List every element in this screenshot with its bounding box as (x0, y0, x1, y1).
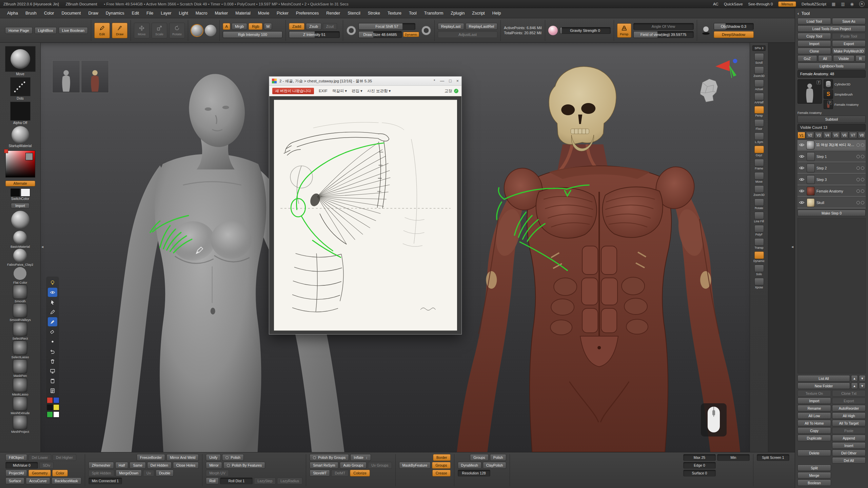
copy-tool-button[interactable]: Copy Tool (797, 33, 831, 39)
goz-all-button[interactable]: All (818, 55, 832, 62)
subtool-action-button[interactable]: Merge (797, 472, 831, 479)
alpha-selector[interactable] (10, 102, 31, 121)
move-down-icon[interactable]: ▼ (859, 375, 866, 382)
subtool-tab[interactable]: V2 (806, 132, 814, 139)
right-shelf-button[interactable]: Move (751, 171, 767, 184)
bottom-button[interactable]: Polish (222, 454, 244, 461)
lightbox-button[interactable]: LightBox (35, 27, 57, 34)
subtool-row[interactable]: Step 1 (797, 151, 866, 163)
quick-item[interactable]: MaskPen (13, 359, 27, 378)
bottom-button[interactable]: Same (130, 462, 145, 469)
bottom-button[interactable]: Mirror And Weld (166, 454, 199, 461)
bottom-button[interactable]: Color (52, 470, 67, 476)
subtool-action-button[interactable]: Insert (832, 442, 866, 449)
highlighter-icon[interactable] (48, 317, 57, 326)
menu-item[interactable]: Movie (254, 8, 273, 18)
menu-item[interactable]: Draw (85, 8, 102, 18)
make-step-button[interactable]: Make Step 0 (797, 210, 866, 216)
right-shelf-button[interactable]: Gxyz (751, 145, 767, 158)
bottom-button[interactable]: StoreMT (310, 470, 330, 476)
menu-item[interactable]: Preferences (292, 8, 322, 18)
draw-size-dial-icon[interactable] (421, 25, 431, 36)
subtool-action-button[interactable]: Duplicate (797, 435, 831, 441)
bottom-button[interactable]: Mirror (206, 462, 222, 469)
subtool-action-button[interactable]: All High (832, 412, 866, 419)
right-tray-collapse-arrow[interactable]: ◂ (791, 244, 793, 249)
texture-map-button[interactable]: Export (832, 398, 866, 404)
bottom-button[interactable]: Close Holes (173, 462, 199, 469)
bottom-button[interactable]: Crease (432, 470, 451, 476)
subtool-tab[interactable]: V6 (841, 132, 848, 139)
rgb-intensity-slider[interactable]: Rgb Intensity 100 (223, 31, 282, 38)
replay-last-rel-button[interactable]: ReplayLastRel (466, 23, 498, 30)
zsub-button[interactable]: Zsub (306, 23, 321, 30)
menu-item[interactable]: Material (232, 8, 254, 18)
subtool-tab[interactable]: V4 (823, 132, 831, 139)
subtool-action-button[interactable]: Del Other (832, 450, 866, 456)
bottom-button[interactable]: Polish By Groups (310, 454, 349, 461)
bottom-button[interactable]: Split Screen 1 (757, 454, 789, 461)
panel-collapse-icon[interactable]: ‹ (797, 11, 799, 16)
deep-shadow-button[interactable]: DeepShadow (714, 31, 754, 38)
viewer-titlebar[interactable]: 2 - 쇄골, 가슴 > chest_cutaway.jpg [12/16] -… (269, 77, 461, 86)
make-polymesh3d-button[interactable]: Make PolyMesh3D (832, 48, 866, 54)
right-shelf-button[interactable]: Persp (751, 105, 767, 118)
subtool-section-header[interactable]: Subtool (797, 116, 866, 123)
field-of-view-slider[interactable]: Field of view(deg) 39.59775 (633, 31, 694, 38)
move-gizmo-button[interactable]: Move (134, 23, 150, 38)
right-shelf-button[interactable]: L.Sym (751, 132, 767, 144)
texture-map-button[interactable]: Import (797, 398, 831, 404)
viewer-pin-toggle[interactable]: 고정✓ (445, 88, 458, 94)
texture-map-button[interactable]: Texture On (797, 390, 831, 396)
bottom-button[interactable]: Split Hidden (88, 470, 115, 476)
quick-item[interactable]: BasicMaterial (11, 231, 30, 248)
viewer-maximize-icon[interactable]: □ (449, 79, 452, 83)
menu-item[interactable]: Layer (157, 8, 175, 18)
bottom-button[interactable]: Smart ReSym (310, 462, 338, 469)
obj-shadow-slider[interactable]: ObjShadow 0.3 (714, 23, 754, 30)
notes-icon[interactable] (48, 386, 57, 395)
menu-item[interactable]: Zplugin (447, 8, 468, 18)
active-tool-slider[interactable]: Female Anatomy. 48 (797, 70, 866, 78)
menu-item[interactable]: Dynamics (102, 8, 128, 18)
right-shelf-button[interactable]: Zoom3D (751, 185, 767, 197)
camera-head-gizmo[interactable] (695, 76, 722, 106)
bottom-button[interactable]: SDiv (39, 462, 54, 469)
dual-display-icon[interactable]: ▥ (841, 2, 845, 6)
edit-button[interactable]: Edit (94, 23, 110, 38)
sculpt-viewport[interactable]: ◂ 2 - 쇄골, 가슴 > chest_cutaway.jpg [12/16]… (41, 43, 750, 452)
zcut-button[interactable]: Zcut (323, 23, 337, 30)
palette-swatch[interactable] (53, 404, 59, 410)
menu-item[interactable]: Light (175, 8, 192, 18)
subtool-action-button[interactable]: Boolean (797, 480, 831, 486)
bottom-button[interactable]: Del Hidden (147, 462, 172, 469)
subtool-tab[interactable]: V5 (832, 132, 840, 139)
home-page-button[interactable]: Home Page (5, 27, 33, 34)
right-shelf-button[interactable]: Solo (751, 264, 767, 277)
bottom-button[interactable]: DynaMesh (458, 462, 481, 469)
subtool-tab[interactable]: V1 (797, 132, 805, 139)
bottom-button[interactable]: FillObject (5, 454, 27, 461)
right-shelf-button[interactable]: Rotate (751, 198, 767, 210)
goz-r-button[interactable]: R (855, 55, 866, 62)
subtool-toggle-icons[interactable] (856, 143, 864, 147)
menu-item[interactable]: Render (322, 8, 344, 18)
bottom-button[interactable]: BackfaceMask (52, 477, 81, 484)
bottom-button[interactable]: Unify (206, 454, 221, 461)
viewer-exif-button[interactable]: EXIF (319, 89, 328, 93)
bottom-button[interactable]: Surface 0 (683, 470, 716, 476)
paste-tool-button[interactable]: Paste Tool (832, 33, 866, 39)
subtool-action-button[interactable]: All To Target (832, 420, 866, 426)
subtool-row[interactable]: Skull (797, 197, 866, 209)
subtool-toggle-icons[interactable] (856, 166, 864, 170)
bottom-button[interactable]: ZRemesher (88, 462, 114, 469)
quick-item[interactable]: Flat Color (13, 267, 27, 284)
rgb-button[interactable]: Rgb (249, 23, 262, 30)
subtool-action-button[interactable]: Rename (797, 405, 831, 411)
right-shelf-button[interactable]: Actual (751, 79, 767, 92)
current-material-sphere[interactable] (191, 25, 203, 36)
stroke-selector[interactable] (10, 77, 31, 96)
thumbnail-ecorche-figure[interactable] (81, 60, 109, 93)
palette-swatch[interactable] (47, 404, 53, 410)
viewer-minimize-icon[interactable]: — (440, 79, 445, 83)
